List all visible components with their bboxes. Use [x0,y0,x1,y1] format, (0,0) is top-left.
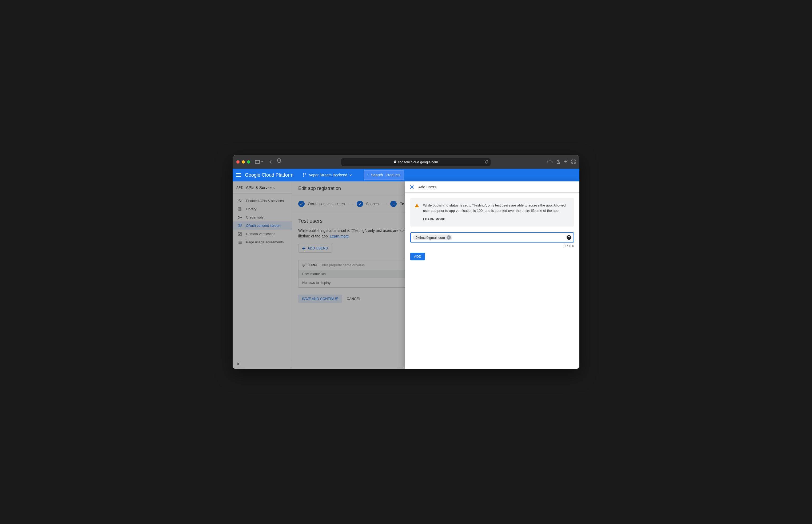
user-count: 1 / 100 [410,244,574,248]
svg-rect-3 [394,162,396,163]
search-icon [367,173,368,177]
url-text: console.cloud.google.com [398,160,438,164]
svg-rect-7 [574,162,575,164]
browser-window: console.cloud.google.com Google Cloud Pl… [233,155,579,369]
email-chip: 0xtimc@gmail.com ✕ [413,234,452,240]
project-picker[interactable]: Vapor Stream Backend [300,171,355,179]
info-banner: While publishing status is set to "Testi… [410,198,574,227]
close-icon [410,185,414,189]
menu-button[interactable] [236,173,241,177]
svg-rect-34 [417,206,417,207]
shield-icon [277,158,281,163]
tab-overview-button[interactable] [571,160,576,164]
help-icon[interactable]: ? [567,235,571,240]
lock-icon [394,160,396,164]
back-button[interactable] [267,158,274,166]
project-icon [302,173,307,177]
svg-rect-6 [571,162,573,164]
close-window-button[interactable] [236,160,239,164]
chip-label: 0xtimc@gmail.com [416,235,445,240]
drawer-title: Add users [418,185,436,189]
refresh-button[interactable] [485,160,488,164]
learn-more-button[interactable]: LEARN MORE [423,217,569,222]
svg-point-9 [305,174,306,175]
search-box[interactable]: Search Products [364,170,404,180]
minimize-window-button[interactable] [242,160,245,164]
warning-icon [415,203,419,222]
gcp-header: Google Cloud Platform Vapor Stream Backe… [233,169,579,181]
svg-rect-0 [255,160,260,164]
sidebar-toggle-button[interactable] [255,160,263,164]
close-drawer-button[interactable] [410,185,414,189]
svg-line-12 [368,175,368,176]
svg-rect-33 [417,205,417,206]
chevron-down-icon [261,161,263,163]
project-name: Vapor Stream Backend [309,173,347,177]
user-email-input[interactable]: 0xtimc@gmail.com ✕ ? [410,232,574,243]
browser-toolbar: console.cloud.google.com [233,155,579,169]
maximize-window-button[interactable] [247,160,250,164]
svg-rect-5 [574,160,575,161]
svg-rect-4 [571,160,573,161]
info-text: While publishing status is set to "Testi… [423,203,566,213]
share-button[interactable] [557,160,560,164]
add-users-drawer: Add users While publishing status is set… [405,181,579,369]
cloud-icon[interactable] [547,160,553,164]
svg-point-8 [303,174,304,175]
traffic-lights [236,160,250,164]
platform-brand[interactable]: Google Cloud Platform [245,173,294,178]
search-placeholder: Products [386,173,400,177]
address-bar[interactable]: console.cloud.google.com [341,158,491,166]
chevron-down-icon [349,174,352,176]
svg-point-11 [367,175,368,175]
add-button[interactable]: ADD [410,253,425,260]
svg-point-10 [303,176,304,177]
new-tab-button[interactable] [564,160,568,164]
remove-chip-button[interactable]: ✕ [447,235,451,240]
search-label: Search [371,173,383,177]
